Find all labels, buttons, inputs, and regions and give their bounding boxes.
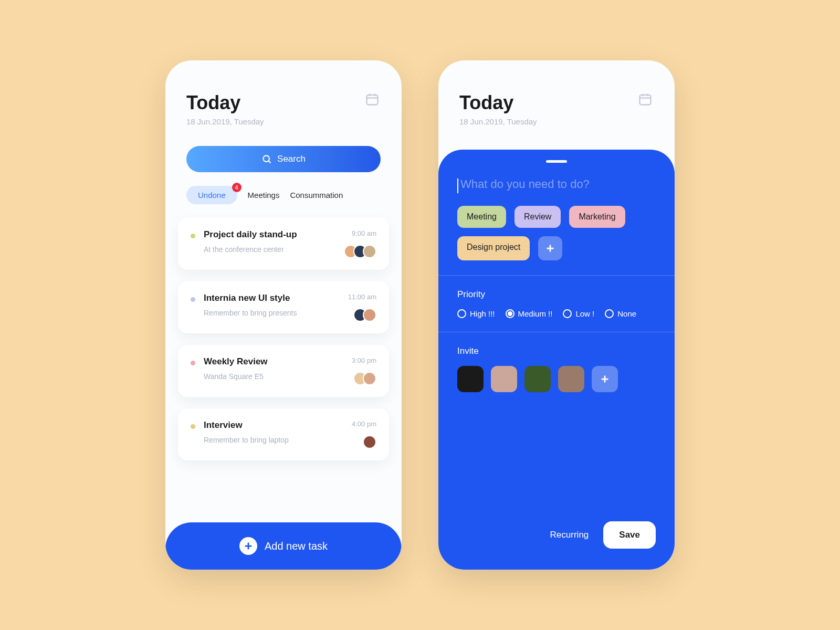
header: Today 18 Jun.2019, Tuesday [438,60,675,136]
calendar-icon[interactable] [638,92,654,108]
task-body: Interview Remember to bring laptop [204,420,343,444]
priority-radio[interactable]: High !!! [457,309,495,318]
priority-radios: High !!!Medium !!Low !None [457,309,656,318]
calendar-icon[interactable] [365,92,381,108]
task-subtitle: Wanda Square E5 [204,372,343,381]
task-card[interactable]: Internia new UI style Remember to bring … [178,281,389,333]
task-time: 11:00 am [348,293,376,301]
save-button[interactable]: Save [603,521,656,549]
radio-icon [605,309,614,318]
task-card[interactable]: Project daily stand-up At the conference… [178,218,389,270]
task-avatars [353,372,376,385]
radio-icon [506,309,514,318]
task-card[interactable]: Interview Remember to bring laptop 4:00 … [178,408,389,460]
avatar [363,245,376,258]
invite-avatars [457,366,656,392]
task-title: Interview [204,420,343,430]
tab-consummation[interactable]: Consummation [290,191,343,200]
search-label: Search [277,154,306,164]
priority-dot [191,297,195,302]
radio-icon [457,309,466,318]
task-time: 9:00 am [352,229,376,237]
task-meta: 9:00 am [344,229,376,258]
priority-radio[interactable]: None [605,309,636,318]
add-task-button[interactable]: Add new task [165,522,402,570]
task-avatars [353,308,376,322]
add-tag-button[interactable] [538,236,562,260]
tab-meetings[interactable]: Meetings [248,191,280,200]
task-avatars [363,435,376,449]
avatar [363,308,376,322]
svg-rect-2 [640,95,651,105]
page-title: Today [186,92,264,114]
task-list-screen: Today 18 Jun.2019, Tuesday Search Undone… [165,60,402,570]
priority-radio[interactable]: Medium !! [506,309,553,318]
page-date: 18 Jun.2019, Tuesday [186,117,264,126]
add-task-label: Add new task [265,540,328,552]
invite-avatar[interactable] [524,366,551,392]
invite-avatar[interactable] [558,366,584,392]
header-text: Today 18 Jun.2019, Tuesday [186,92,264,126]
task-body: Project daily stand-up At the conference… [204,229,335,254]
task-meta: 4:00 pm [352,420,376,449]
priority-section: Priority High !!!Medium !!Low !None [438,276,675,332]
filter-tabs: Undone 4 Meetings Consummation [165,172,402,214]
sheet-footer: Recurring Save [438,521,675,570]
page-title: Today [459,92,537,114]
task-avatars [344,245,376,258]
invite-avatar[interactable] [457,366,484,392]
invite-section: Invite [438,332,675,406]
svg-point-1 [263,155,269,162]
invite-avatar[interactable] [491,366,517,392]
task-meta: 11:00 am [348,293,376,322]
task-time: 3:00 pm [352,356,376,364]
header-text: Today 18 Jun.2019, Tuesday [459,92,537,126]
task-meta: 3:00 pm [352,356,376,385]
priority-dot [191,424,195,429]
plus-icon [239,537,257,555]
recurring-button[interactable]: Recurring [550,530,589,540]
priority-radio[interactable]: Low ! [563,309,594,318]
page-date: 18 Jun.2019, Tuesday [459,117,537,126]
radio-icon [563,309,572,318]
radio-label: Medium !! [518,309,553,318]
task-title: Project daily stand-up [204,229,335,240]
priority-dot [191,361,195,365]
priority-dot [191,234,195,238]
avatar [363,372,376,385]
radio-label: None [617,309,636,318]
badge-count: 4 [232,183,242,192]
category-tag[interactable]: Review [514,206,561,228]
category-tag[interactable]: Design project [457,236,530,260]
task-subtitle: Remember to bring laptop [204,436,343,444]
radio-label: High !!! [470,309,495,318]
drag-handle[interactable] [546,160,567,163]
task-list: Project daily stand-up At the conference… [165,214,402,570]
task-input[interactable]: What do you need to do? [457,177,656,191]
category-tag[interactable]: Marketing [569,206,625,228]
category-tags: MeetingReviewMarketingDesign project [457,206,656,260]
task-input-placeholder: What do you need to do? [457,177,656,191]
task-card[interactable]: Weekly Review Wanda Square E5 3:00 pm [178,345,389,397]
task-time: 4:00 pm [352,420,376,428]
text-caret [457,178,458,193]
new-task-sheet: What do you need to do? MeetingReviewMar… [438,150,675,570]
task-body: Internia new UI style Remember to bring … [204,293,340,317]
task-body: Weekly Review Wanda Square E5 [204,356,343,381]
new-task-screen: Today 18 Jun.2019, Tuesday What do you n… [438,60,675,570]
svg-rect-0 [367,95,378,105]
add-invite-button[interactable] [592,366,618,392]
task-subtitle: Remember to bring presents [204,309,340,317]
tab-undone[interactable]: Undone 4 [186,186,237,204]
search-button[interactable]: Search [186,146,381,172]
invite-title: Invite [457,346,656,356]
task-subtitle: At the conference center [204,245,335,254]
priority-title: Priority [457,289,656,300]
category-tag[interactable]: Meeting [457,206,506,228]
avatar [363,435,376,449]
radio-label: Low ! [575,309,594,318]
task-title: Internia new UI style [204,293,340,303]
header: Today 18 Jun.2019, Tuesday [165,60,402,136]
task-title: Weekly Review [204,356,343,367]
